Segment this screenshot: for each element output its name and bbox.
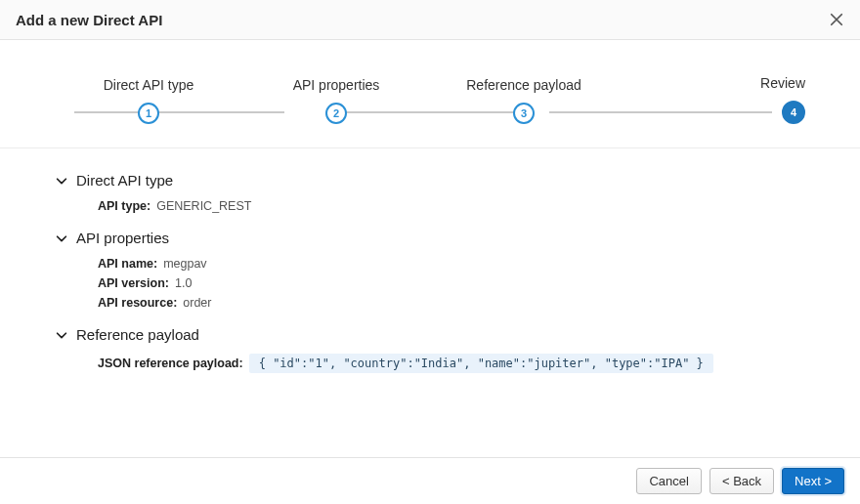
field-value: 1.0 bbox=[175, 276, 192, 290]
close-icon[interactable] bbox=[827, 10, 846, 29]
step-review[interactable]: Review 4 bbox=[618, 75, 805, 124]
chevron-down-icon bbox=[55, 174, 68, 188]
step-api-properties[interactable]: API properties 2 bbox=[242, 77, 430, 124]
stepper: Direct API type 1 API properties 2 Refer… bbox=[0, 40, 860, 148]
step-direct-api-type[interactable]: Direct API type 1 bbox=[55, 77, 242, 124]
section-title: API properties bbox=[76, 230, 169, 246]
field-api-resource: API resource order bbox=[55, 293, 805, 313]
footer: Cancel < Back Next > bbox=[0, 457, 860, 504]
field-api-name: API name megpav bbox=[55, 254, 805, 273]
section-reference-payload: Reference payload JSON reference payload… bbox=[55, 326, 805, 376]
step-circle: 1 bbox=[138, 103, 159, 124]
back-button[interactable]: < Back bbox=[710, 468, 774, 494]
field-api-version: API version 1.0 bbox=[55, 273, 805, 293]
titlebar: Add a new Direct API bbox=[0, 0, 860, 40]
field-value: { "id":"1", "country":"India", "name":"j… bbox=[249, 354, 713, 373]
step-circle: 2 bbox=[325, 103, 347, 124]
field-value: GENERIC_REST bbox=[156, 199, 251, 213]
section-direct-api-type: Direct API type API type GENERIC_REST bbox=[55, 172, 805, 216]
cancel-button[interactable]: Cancel bbox=[636, 468, 701, 494]
dialog: Add a new Direct API Direct API type 1 A… bbox=[0, 0, 860, 504]
step-label: Reference payload bbox=[466, 77, 581, 93]
section-api-properties: API properties API name megpav API versi… bbox=[55, 230, 805, 313]
field-json-reference-payload: JSON reference payload { "id":"1", "coun… bbox=[55, 351, 805, 376]
dialog-title: Add a new Direct API bbox=[16, 12, 162, 28]
field-label: API version bbox=[98, 276, 169, 290]
step-label: Direct API type bbox=[104, 77, 194, 93]
field-value: order bbox=[183, 296, 211, 310]
step-circle: 4 bbox=[782, 101, 805, 124]
chevron-down-icon bbox=[55, 328, 68, 342]
field-value: megpav bbox=[163, 257, 206, 271]
section-title: Direct API type bbox=[76, 172, 173, 189]
section-title: Reference payload bbox=[76, 326, 199, 343]
field-label: API name bbox=[98, 257, 157, 271]
section-header[interactable]: Reference payload bbox=[55, 326, 805, 343]
step-reference-payload[interactable]: Reference payload 3 bbox=[430, 77, 618, 124]
field-label: API type bbox=[98, 199, 150, 213]
section-header[interactable]: Direct API type bbox=[55, 172, 805, 189]
field-api-type: API type GENERIC_REST bbox=[55, 196, 805, 216]
step-label: API properties bbox=[293, 77, 380, 93]
chevron-down-icon bbox=[55, 231, 68, 245]
step-circle: 3 bbox=[513, 103, 535, 124]
section-header[interactable]: API properties bbox=[55, 230, 805, 246]
next-button[interactable]: Next > bbox=[782, 468, 844, 494]
field-label: JSON reference payload bbox=[98, 357, 243, 370]
field-label: API resource bbox=[98, 296, 177, 310]
step-label: Review bbox=[760, 75, 805, 91]
review-content: Direct API type API type GENERIC_REST AP… bbox=[0, 148, 860, 457]
